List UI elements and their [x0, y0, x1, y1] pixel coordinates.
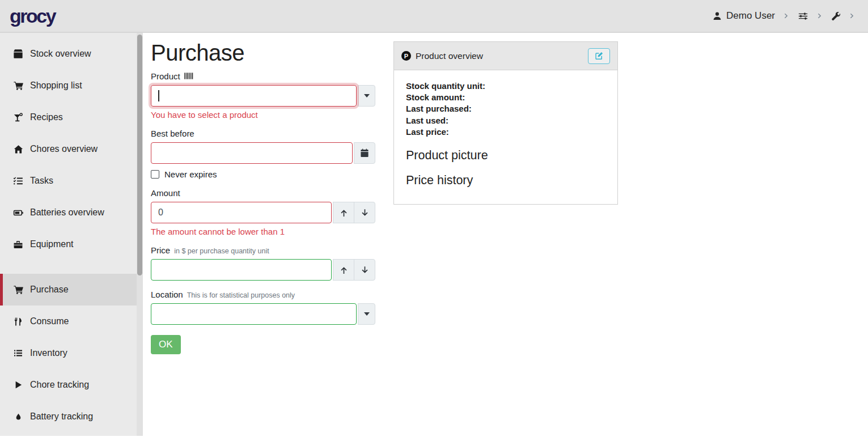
- sidebar-item-chores-overview[interactable]: Chores overview: [0, 133, 143, 165]
- price-history-heading: Price history: [406, 173, 606, 188]
- location-hint: This is for statistical purposes only: [187, 291, 295, 299]
- sidebar-scrollbar-track[interactable]: [137, 33, 143, 436]
- last-used-label: Last used:: [406, 115, 606, 126]
- purchase-form: Product: [151, 71, 375, 354]
- best-before-input[interactable]: [151, 142, 353, 164]
- product-dropdown-button[interactable]: [358, 85, 375, 107]
- top-navbar: grocy Demo User: [0, 0, 868, 33]
- last-price-label: Last price:: [406, 126, 606, 138]
- sidebar-item-inventory[interactable]: Inventory: [0, 337, 143, 369]
- utensils-icon: [12, 317, 24, 326]
- sidebar-item-label: Shopping list: [30, 80, 82, 91]
- best-before-field: Best before N: [151, 129, 375, 179]
- grocy-logo[interactable]: grocy: [10, 6, 55, 26]
- cocktail-icon: [12, 113, 24, 122]
- never-expires-checkbox[interactable]: [151, 170, 159, 179]
- sidebar-item-equipment[interactable]: Equipment: [0, 228, 143, 260]
- sidebar-item-label: Consume: [30, 316, 69, 326]
- caret-down-icon: [364, 312, 370, 316]
- amount-increment-button[interactable]: [333, 202, 354, 223]
- amount-decrement-button[interactable]: [354, 202, 375, 223]
- sidebar-item-battery-tracking[interactable]: Battery tracking: [0, 401, 143, 432]
- calendar-icon: [360, 149, 369, 158]
- sidebar-item-shopping-list[interactable]: Shopping list: [0, 70, 143, 101]
- sidebar-item-label: Chores overview: [30, 144, 98, 154]
- cart-icon: [12, 285, 24, 295]
- list-icon: [12, 349, 24, 358]
- sliders-icon[interactable]: [798, 11, 808, 21]
- sidebar-item-label: Chore tracking: [30, 380, 89, 390]
- price-hint: in $ per purchase quantity unit: [174, 247, 269, 255]
- sidebar-item-batteries-overview[interactable]: Batteries overview: [0, 197, 143, 228]
- product-picture-heading: Product picture: [406, 149, 606, 163]
- product-overview-title: Product overview: [416, 51, 483, 61]
- last-purchased-label: Last purchased:: [406, 103, 606, 114]
- location-field: Location This is for statistical purpose…: [151, 290, 375, 325]
- price-input[interactable]: [151, 259, 332, 281]
- tasks-icon: [12, 176, 24, 186]
- price-field: Price in $ per purchase quantity unit: [151, 245, 375, 281]
- product-overview-header: P Product overview: [394, 42, 617, 70]
- user-name-label: Demo User: [726, 10, 775, 22]
- chevron-right-icon[interactable]: [816, 12, 823, 19]
- sidebar-item-label: Purchase: [30, 285, 69, 295]
- chevron-right-icon[interactable]: [783, 12, 790, 19]
- sidebar-item-purchase[interactable]: Purchase: [0, 274, 143, 306]
- battery-icon: [12, 208, 24, 218]
- sidebar-item-label: Inventory: [30, 348, 67, 358]
- arrow-up-icon: [340, 209, 348, 217]
- sidebar-item-label: Battery tracking: [30, 411, 93, 422]
- product-error-text: You have to select a product: [151, 110, 375, 120]
- sidebar: Stock overview Shopping list Recipes Cho…: [0, 33, 143, 436]
- product-input[interactable]: [151, 85, 357, 107]
- wrench-icon[interactable]: [831, 11, 841, 21]
- edit-product-button[interactable]: [588, 48, 610, 64]
- navbar-right: Demo User: [713, 10, 856, 22]
- edit-icon: [595, 52, 603, 60]
- amount-field: Amount: [151, 188, 375, 236]
- droplet-icon: [12, 412, 24, 422]
- product-hunt-icon: P: [401, 51, 411, 61]
- sidebar-scrollbar-thumb[interactable]: [137, 35, 142, 275]
- sidebar-item-stock-overview[interactable]: Stock overview: [0, 38, 143, 70]
- box-icon: [12, 49, 24, 59]
- product-overview-card: P Product overview Stock quantity unit: …: [393, 41, 618, 205]
- calendar-button[interactable]: [354, 142, 375, 164]
- sidebar-item-label: Batteries overview: [30, 207, 104, 218]
- location-input[interactable]: [151, 303, 357, 325]
- arrow-down-icon: [361, 209, 369, 217]
- barcode-icon: [184, 73, 194, 79]
- main-content: Purchase Product: [143, 33, 868, 436]
- sidebar-divider: [0, 260, 143, 274]
- sidebar-item-label: Stock overview: [30, 49, 91, 59]
- user-menu[interactable]: Demo User: [713, 10, 775, 22]
- stock-quantity-unit-label: Stock quantity unit:: [406, 80, 606, 92]
- arrow-down-icon: [361, 266, 369, 274]
- price-decrement-button[interactable]: [354, 259, 375, 281]
- product-field: Product: [151, 71, 375, 120]
- arrow-up-icon: [340, 266, 348, 274]
- price-increment-button[interactable]: [333, 259, 354, 281]
- sidebar-item-label: Recipes: [30, 112, 63, 122]
- product-overview-body: Stock quantity unit: Stock amount: Last …: [394, 70, 617, 198]
- sidebar-item-chore-tracking[interactable]: Chore tracking: [0, 369, 143, 401]
- ok-button[interactable]: OK: [151, 335, 181, 354]
- location-dropdown-button[interactable]: [358, 303, 375, 325]
- sidebar-item-tasks[interactable]: Tasks: [0, 165, 143, 197]
- caret-down-icon: [364, 94, 370, 97]
- sidebar-item-label: Tasks: [30, 176, 53, 186]
- stock-amount-label: Stock amount:: [406, 92, 606, 103]
- play-icon: [12, 380, 24, 389]
- sidebar-item-consume[interactable]: Consume: [0, 306, 143, 337]
- cart-icon: [12, 81, 24, 91]
- best-before-label: Best before: [151, 129, 194, 138]
- chevron-right-icon[interactable]: [849, 12, 856, 19]
- sidebar-item-recipes[interactable]: Recipes: [0, 101, 143, 133]
- amount-input[interactable]: [151, 202, 332, 223]
- never-expires-label: Never expires: [164, 169, 217, 179]
- amount-error-text: The amount cannot be lower than 1: [151, 227, 375, 236]
- briefcase-icon: [12, 240, 24, 249]
- price-label: Price: [151, 245, 170, 255]
- user-icon: [713, 11, 722, 20]
- sidebar-item-label: Equipment: [30, 239, 74, 249]
